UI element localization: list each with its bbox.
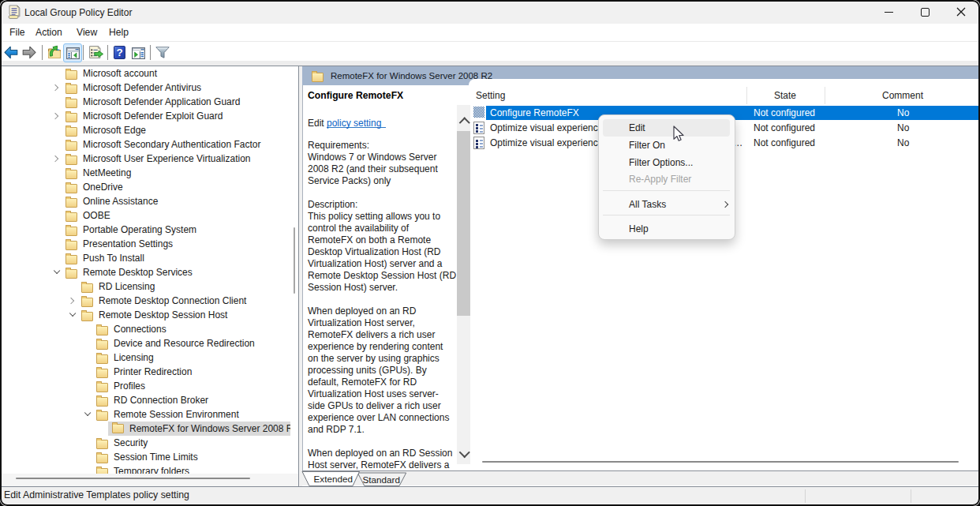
svg-text:?: ? (116, 47, 122, 58)
